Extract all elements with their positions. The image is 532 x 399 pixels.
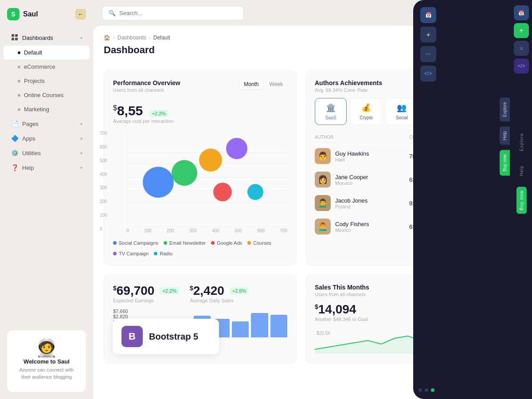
strip-add-icon[interactable]: + xyxy=(514,23,529,38)
tab-month[interactable]: Month xyxy=(239,79,263,89)
explore-label[interactable]: Explore xyxy=(517,129,526,155)
bubble-social xyxy=(143,167,174,198)
sidebar-item-apps[interactable]: 🔷 Apps ▾ xyxy=(4,131,90,145)
svg-rect-2 xyxy=(12,38,14,40)
breadcrumb-dashboards[interactable]: Dashboards xyxy=(117,35,146,41)
panel-dots-icon[interactable]: ⋯ xyxy=(420,46,436,62)
breadcrumb-current: Default xyxy=(153,35,170,41)
sidebar-item-online-courses[interactable]: Online Courses xyxy=(4,88,90,102)
chevron-icon: ▾ xyxy=(80,35,82,40)
metric-value: $8,55 xyxy=(113,103,147,118)
buy-now-button[interactable]: Buy now xyxy=(500,150,510,176)
chevron-icon: ▾ xyxy=(80,151,82,156)
svg-rect-0 xyxy=(12,34,14,37)
welcome-subtitle: Anyone can connect with their audience b… xyxy=(14,367,79,380)
social-icon: 👥 xyxy=(397,103,407,113)
legend-email: Email Newsletter xyxy=(164,240,206,246)
perf-tab-group: Month Week xyxy=(239,79,287,89)
bubble-chart xyxy=(126,129,287,227)
chevron-icon: ▾ xyxy=(80,165,82,170)
author-name-jane: Jane Cooper xyxy=(335,174,368,180)
daily-sales-label: Average Daily Sales xyxy=(190,298,249,303)
strip-calendar-icon[interactable]: 📅 xyxy=(514,5,529,20)
author-name-cody: Cody Fishers xyxy=(335,221,369,227)
author-info-jacob: 👨‍🦱 Jacob Jones Poland xyxy=(315,195,409,211)
author-country-guy: Haiti xyxy=(335,157,369,162)
strip-menu-icon[interactable]: ≡ xyxy=(514,41,529,56)
daily-sales: $2,420 +2.6% Average Daily Sales xyxy=(190,284,249,303)
perf-header: Performance Overview Users from all chan… xyxy=(113,79,287,98)
expected-earnings: $69,700 +2.2% Expected Earnings xyxy=(113,284,179,303)
y-axis-labels: 700 600 500 400 300 200 100 0 xyxy=(100,129,107,233)
bar-6 xyxy=(232,321,249,337)
crypto-icon: 💰 xyxy=(361,103,371,113)
panel-add-icon[interactable]: + xyxy=(420,27,436,43)
bubble-google xyxy=(213,183,232,201)
grid-icon xyxy=(11,34,19,42)
breadcrumb-home[interactable]: 🏠 xyxy=(104,35,110,41)
metric-row: $8,55 +2.2% xyxy=(113,103,287,118)
perf-title-group: Performance Overview Users from all chan… xyxy=(113,79,180,98)
earnings-badge: +2.2% xyxy=(160,287,179,294)
sidebar-item-utilities[interactable]: ⚙️ Utilities ▾ xyxy=(4,146,90,160)
metric-badge: +2.2% xyxy=(149,110,169,117)
sidebar: S Saul ← Dashboards ▾ Default e xyxy=(0,0,93,399)
svg-rect-3 xyxy=(15,38,18,40)
author-name-guy: Guy Hawkins xyxy=(335,150,369,157)
daily-sales-badge: +2.6% xyxy=(230,287,249,294)
buynow-label[interactable]: Buy now xyxy=(516,187,527,214)
author-country-jane: Monaco xyxy=(335,180,368,186)
sales-amount: $14,094 xyxy=(315,302,356,317)
search-box[interactable]: 🔍 xyxy=(102,6,244,20)
explore-button[interactable]: Explore xyxy=(500,98,510,121)
bubble-chart-container: 700 600 500 400 300 200 100 0 xyxy=(113,129,287,233)
sidebar-item-default[interactable]: Default xyxy=(4,46,90,59)
tab-crypto[interactable]: 💰 Crypto xyxy=(350,98,382,125)
bootstrap-badge: B Bootstrap 5 xyxy=(113,319,219,354)
legend-social: Social Campaigns xyxy=(113,240,158,246)
sidebar-item-projects[interactable]: Projects xyxy=(4,74,90,88)
author-info-cody: 👨‍🦰 Cody Fishers Mexico xyxy=(315,219,409,235)
right-icon-strip: 📅 + ≡ </> Explore Help Buy now xyxy=(511,0,532,399)
bubble-radio xyxy=(247,184,263,200)
search-input[interactable] xyxy=(119,10,237,16)
sidebar-item-pages[interactable]: 📄 Pages ▾ xyxy=(4,117,90,131)
bubble-courses xyxy=(199,149,222,172)
help-icon: ❓ xyxy=(11,164,19,171)
tab-saas[interactable]: 🏛️ SaaS xyxy=(315,98,347,125)
sidebar-footer: 🧑‍🚀 Welcome to Saul Anyone can connect w… xyxy=(0,323,93,399)
panel-calendar-icon[interactable]: 📅 xyxy=(420,7,436,23)
chevron-icon: ▾ xyxy=(80,121,82,126)
bootstrap-text: Bootstrap 5 xyxy=(149,332,198,342)
help-button[interactable]: Help xyxy=(500,127,510,145)
earnings-value: $69,700 xyxy=(113,284,154,298)
help-label[interactable]: Help xyxy=(517,162,526,180)
metric-label: Avarage cost per interaction xyxy=(113,118,287,124)
panel-code-icon[interactable]: </> xyxy=(420,66,436,82)
saas-icon: 🏛️ xyxy=(326,103,336,113)
sidebar-nav: Dashboards ▾ Default eCommerce Projects … xyxy=(0,28,93,177)
sidebar-item-dashboards[interactable]: Dashboards ▾ xyxy=(4,31,90,45)
nav-dot xyxy=(18,80,20,82)
sidebar-header: S Saul ← xyxy=(0,0,93,28)
nav-dot xyxy=(18,108,20,111)
bar-7 xyxy=(251,313,268,337)
logo-icon: S xyxy=(7,8,20,20)
x-axis-labels: 0 100 200 300 400 500 600 700 xyxy=(126,227,287,233)
svg-rect-1 xyxy=(15,34,18,37)
nav-dot xyxy=(18,66,20,68)
sidebar-item-help[interactable]: ❓ Help ▾ xyxy=(4,160,90,175)
sidebar-item-marketing[interactable]: Marketing xyxy=(4,102,90,116)
author-info-jane: 👩 Jane Cooper Monaco xyxy=(315,172,409,188)
chevron-icon: ▾ xyxy=(80,136,82,141)
perf-subtitle: Users from all channels xyxy=(113,87,180,93)
bootstrap-icon: B xyxy=(121,326,143,347)
sidebar-toggle-button[interactable]: ← xyxy=(75,9,86,20)
dot-decoration xyxy=(419,388,422,392)
legend-radio: Radio xyxy=(154,251,172,256)
tab-week[interactable]: Week xyxy=(265,79,287,89)
search-icon: 🔍 xyxy=(109,10,116,16)
sidebar-item-ecommerce[interactable]: eCommerce xyxy=(4,60,90,74)
welcome-card: 🧑‍🚀 Welcome to Saul Anyone can connect w… xyxy=(7,330,86,392)
strip-code-icon[interactable]: </> xyxy=(514,59,529,74)
